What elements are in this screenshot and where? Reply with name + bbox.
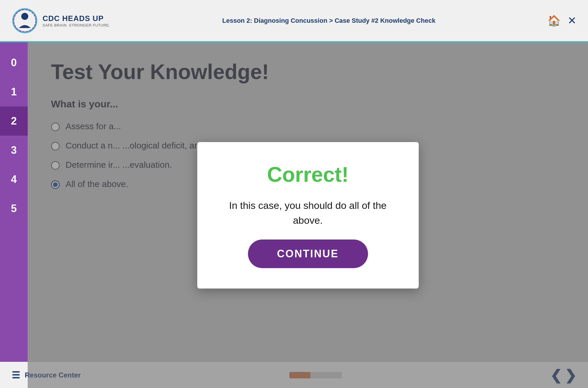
home-button[interactable]: 🏠 — [547, 15, 561, 27]
logo-title: CDC HEADS UP — [43, 14, 110, 23]
svg-point-0 — [13, 9, 36, 32]
home-icon: 🏠 — [547, 15, 561, 27]
breadcrumb: Lesson 2: Diagnosing Concussion > Case S… — [110, 17, 547, 25]
logo-area: CDC HEADS UP SAFE BRAIN. STRONGER FUTURE… — [12, 8, 110, 34]
cdc-logo-icon — [12, 8, 38, 34]
logo-text: CDC HEADS UP SAFE BRAIN. STRONGER FUTURE… — [43, 14, 110, 27]
sidebar-item-4[interactable]: 4 — [0, 165, 28, 194]
resource-icon: ☰ — [12, 370, 20, 381]
close-icon: ✕ — [568, 15, 576, 27]
header: CDC HEADS UP SAFE BRAIN. STRONGER FUTURE… — [0, 0, 588, 42]
sidebar-item-5[interactable]: 5 — [0, 194, 28, 223]
header-actions: 🏠 ✕ — [547, 15, 576, 27]
sidebar-item-3[interactable]: 3 — [0, 136, 28, 165]
sidebar-item-0[interactable]: 0 — [0, 48, 28, 77]
svg-point-1 — [21, 13, 28, 20]
sidebar: 0 1 2 3 4 5 — [0, 42, 28, 388]
logo-subtitle: SAFE BRAIN. STRONGER FUTURE. — [43, 23, 110, 27]
modal-body: In this case, you should do all of the a… — [215, 198, 401, 228]
app-wrapper: CDC HEADS UP SAFE BRAIN. STRONGER FUTURE… — [0, 0, 588, 388]
modal: Correct! In this case, you should do all… — [197, 142, 419, 289]
continue-button[interactable]: CONTINUE — [248, 240, 368, 268]
close-button[interactable]: ✕ — [568, 15, 576, 27]
modal-title: Correct! — [267, 162, 348, 186]
content-area: 0 1 2 3 4 5 Test Your Knowledge! What is… — [0, 42, 588, 388]
sidebar-item-2[interactable]: 2 — [0, 106, 28, 136]
main-content: Test Your Knowledge! What is your... Ass… — [28, 42, 588, 388]
overlay: Correct! In this case, you should do all… — [28, 42, 588, 388]
sidebar-item-1[interactable]: 1 — [0, 77, 28, 106]
